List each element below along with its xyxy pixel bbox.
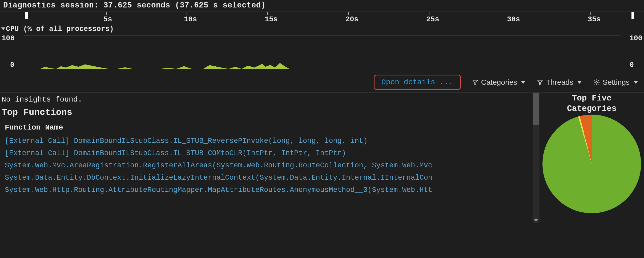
categories-label: Categories bbox=[481, 78, 517, 87]
session-title: Diagnostics session: 37.625 seconds (37.… bbox=[0, 0, 644, 11]
ruler-tick-label: 30s bbox=[507, 15, 520, 23]
function-row[interactable]: System.Web.Http.Routing.AttributeRouting… bbox=[2, 184, 540, 196]
cpu-sparkline bbox=[24, 36, 620, 69]
cpu-graph-area[interactable] bbox=[24, 35, 620, 68]
ruler-tick-label: 20s bbox=[345, 15, 359, 23]
functions-pane: No insights found. Top Functions Functio… bbox=[0, 93, 540, 223]
axis-label: 0 bbox=[10, 61, 14, 69]
cpu-header-label: CPU (% of all processors) bbox=[6, 25, 114, 33]
ruler-tick-label: 5s bbox=[103, 15, 112, 23]
top-functions-title: Top Functions bbox=[2, 106, 540, 122]
function-row[interactable]: System.Data.Entity.DbContext.InitializeL… bbox=[2, 172, 540, 184]
chevron-down-icon bbox=[577, 81, 582, 84]
chevron-down-icon bbox=[633, 81, 638, 84]
settings-dropdown[interactable]: Settings bbox=[593, 78, 638, 87]
pie-title: Top FiveCategories bbox=[567, 93, 617, 114]
axis-label: 100 bbox=[629, 34, 642, 42]
function-row[interactable]: [External Call] DomainBoundILStubClass.I… bbox=[2, 147, 540, 159]
no-insights-text: No insights found. bbox=[2, 94, 540, 106]
scroll-down-icon[interactable] bbox=[533, 217, 540, 223]
collapse-icon[interactable] bbox=[1, 27, 5, 30]
categories-dropdown[interactable]: Categories bbox=[472, 78, 526, 87]
gear-icon bbox=[593, 79, 600, 86]
ruler-tick-label: 15s bbox=[265, 15, 278, 23]
scrollbar[interactable] bbox=[533, 93, 540, 223]
filter-icon bbox=[472, 79, 478, 86]
filter-icon bbox=[537, 79, 543, 86]
toolbar: Open details ... Categories Threads Sett… bbox=[0, 72, 644, 93]
categories-pie-pane: Top FiveCategories bbox=[540, 93, 644, 223]
scroll-thumb[interactable] bbox=[533, 93, 539, 125]
axis-label: 100 bbox=[2, 34, 15, 42]
axis-label: 0 bbox=[630, 61, 634, 69]
threads-label: Threads bbox=[546, 78, 573, 87]
ruler-tick-label: 10s bbox=[184, 15, 197, 23]
function-row[interactable]: [External Call] DomainBoundILStubClass.I… bbox=[2, 135, 540, 147]
function-name-column[interactable]: Function Name bbox=[2, 122, 540, 135]
svg-point-0 bbox=[595, 81, 597, 83]
chevron-down-icon bbox=[521, 81, 526, 84]
cpu-graph[interactable]: 100 0 100 0 bbox=[0, 34, 644, 69]
open-details-link[interactable]: Open details ... bbox=[374, 75, 461, 90]
timeline-ruler[interactable]: 5s 10s 15s 20s 25s 30s 35s bbox=[0, 11, 644, 24]
ruler-handle-left[interactable] bbox=[25, 12, 28, 19]
cpu-section-header[interactable]: CPU (% of all processors) bbox=[0, 24, 644, 34]
pie-chart[interactable] bbox=[542, 115, 641, 213]
settings-label: Settings bbox=[603, 78, 630, 87]
ruler-tick-label: 35s bbox=[588, 15, 601, 23]
threads-dropdown[interactable]: Threads bbox=[537, 78, 582, 87]
function-row[interactable]: System.Web.Mvc.AreaRegistration.Register… bbox=[2, 159, 540, 172]
ruler-tick-label: 25s bbox=[426, 15, 439, 23]
ruler-handle-right[interactable] bbox=[631, 12, 634, 19]
